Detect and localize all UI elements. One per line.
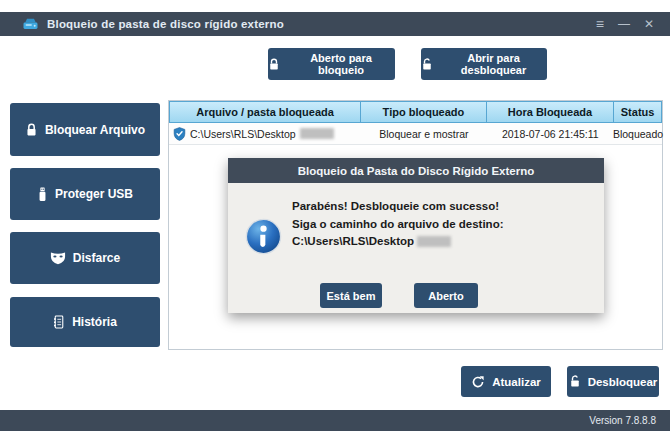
column-header-time: Hora Bloqueada [487, 101, 614, 123]
button-label: Atualizar [492, 376, 541, 388]
window-title: Bloqueio de pasta de disco rígido extern… [47, 18, 284, 30]
button-label: Abrir para desbloquear [440, 52, 547, 76]
cell-status: Bloqueado [614, 123, 662, 144]
sidebar-item-lock-file[interactable]: Bloquear Arquivo [10, 103, 160, 156]
dialog-line-2: Siga o caminho do arquivo de destino: [292, 216, 504, 234]
open-button[interactable]: Aberto [414, 283, 478, 308]
app-window: Bloqueio de pasta de disco rígido extern… [0, 0, 670, 447]
status-bar: Version 7.8.8.8 [0, 410, 670, 431]
close-icon[interactable]: ✕ [644, 18, 654, 30]
cell-lock-type: Bloquear e mostrar [361, 123, 486, 144]
sidebar-item-label: Bloquear Arquivo [45, 123, 145, 137]
refresh-button[interactable]: Atualizar [461, 366, 551, 397]
open-for-unlock-button[interactable]: Abrir para desbloquear [421, 48, 547, 80]
mask-icon [50, 251, 66, 265]
drive-icon [22, 17, 39, 31]
dialog-line-1: Parabéns! Desbloqueie com sucesso! [292, 198, 504, 216]
dialog-destination-path: C:\Users\RLS\Desktop [292, 233, 414, 251]
minimize-icon[interactable]: — [618, 18, 630, 30]
sidebar-item-protect-usb[interactable]: Proteger USB [10, 168, 160, 220]
dialog-message: Parabéns! Desbloqueie com sucesso! Siga … [292, 198, 504, 251]
success-dialog: Bloqueio da Pasta do Disco Rígido Extern… [228, 158, 604, 313]
column-header-status: Status [614, 101, 662, 123]
dialog-body: Parabéns! Desbloqueie com sucesso! Siga … [228, 183, 604, 313]
cell-path: C:\Users\RLS\Desktop [169, 123, 361, 144]
usb-icon [37, 187, 48, 202]
sidebar-item-disguise[interactable]: Disfarce [10, 232, 160, 284]
sidebar-item-label: Disfarce [73, 251, 120, 265]
dialog-title: Bloqueio da Pasta do Disco Rígido Extern… [228, 158, 604, 183]
column-header-type: Tipo bloqueado [361, 101, 486, 123]
locked-path: C:\Users\RLS\Desktop [190, 128, 296, 140]
button-label: Desbloquear [588, 376, 658, 388]
column-header-file: Arquivo / pasta bloqueada [169, 101, 361, 123]
redacted-path-segment [417, 236, 451, 247]
cell-lock-time: 2018-07-06 21:45:11 [487, 123, 614, 144]
lock-open-icon [421, 58, 433, 71]
sidebar-item-history[interactable]: História [10, 297, 160, 347]
history-icon [53, 315, 65, 329]
button-label: Aberto para bloqueio [287, 52, 395, 76]
ok-button[interactable]: Está bem [320, 283, 382, 308]
lock-closed-icon [268, 58, 280, 71]
sidebar-item-label: Proteger USB [55, 187, 133, 201]
shield-check-icon [173, 127, 186, 141]
open-for-lock-button[interactable]: Aberto para bloqueio [268, 48, 395, 80]
info-icon [245, 218, 282, 259]
window-controls: ≡ — ✕ [596, 17, 660, 31]
table-header-row: Arquivo / pasta bloqueada Tipo bloqueado… [169, 101, 662, 123]
lock-icon [25, 123, 38, 137]
title-bar: Bloqueio de pasta de disco rígido extern… [0, 12, 670, 36]
table-row[interactable]: C:\Users\RLS\Desktop Bloquear e mostrar … [169, 123, 662, 145]
menu-icon[interactable]: ≡ [596, 17, 604, 31]
version-label: Version 7.8.8.8 [589, 415, 656, 426]
sidebar-item-label: História [72, 315, 117, 329]
redacted-path-segment [300, 128, 334, 139]
unlock-button[interactable]: Desbloquear [567, 366, 659, 397]
lock-open-icon [569, 375, 581, 388]
refresh-icon [471, 375, 485, 389]
